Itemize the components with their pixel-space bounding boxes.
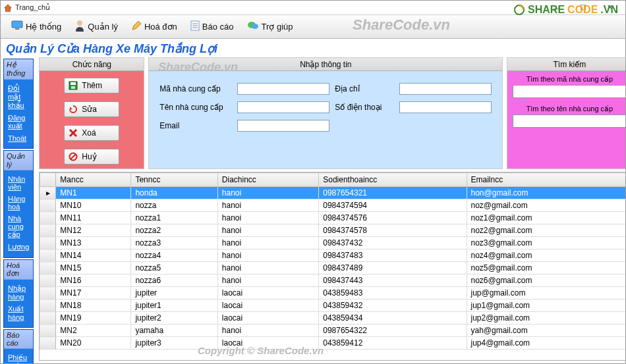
table-row[interactable]: MN2yamahahanoi0987654322yah@gmail.com	[40, 325, 626, 337]
cell[interactable]: hanoi	[217, 274, 318, 287]
cell[interactable]: 043859434	[319, 312, 467, 325]
cell[interactable]: nozza2	[131, 224, 217, 237]
cell[interactable]: hanoi	[217, 325, 318, 337]
column-header[interactable]: Mancc	[56, 173, 131, 187]
cell[interactable]: jupiter3	[131, 337, 217, 350]
cell[interactable]: nozza5	[131, 262, 217, 274]
menu-hoadon[interactable]: Hoá đơn	[125, 18, 184, 35]
sidebar-link[interactable]: Nhập hàng	[8, 282, 29, 303]
cell[interactable]: jupiter2	[131, 312, 217, 325]
sidebar-link[interactable]: Phiếu nhập	[8, 351, 29, 364]
cell[interactable]: nozza6	[131, 274, 217, 287]
row-header[interactable]	[40, 287, 56, 299]
sidebar-link[interactable]: Đăng xuất	[8, 112, 29, 132]
cell[interactable]: MN17	[56, 287, 131, 299]
table-row[interactable]: MN18jupiter1laocai043859432jup1@gmail.co…	[40, 299, 626, 312]
table-row[interactable]: MN19jupiter2laocai043859434jup2@gmail.co…	[40, 312, 626, 325]
cell[interactable]: MN18	[56, 299, 131, 312]
input-search-tenncc[interactable]	[513, 115, 626, 128]
row-header[interactable]	[40, 249, 56, 262]
cell[interactable]: hon@gmail.com	[467, 187, 626, 199]
cell[interactable]: nozza4	[131, 249, 217, 262]
cell[interactable]: MN20	[56, 337, 131, 350]
row-header[interactable]	[40, 274, 56, 287]
cell[interactable]: nozza3	[131, 237, 217, 249]
cell[interactable]: jupiter1	[131, 299, 217, 312]
input-tenncc[interactable]	[237, 101, 329, 113]
table-row[interactable]: MN14nozza4hanoi098437483noz4@gmail.com	[40, 249, 626, 262]
row-header[interactable]	[40, 237, 56, 249]
cell[interactable]: jupiter	[131, 287, 217, 299]
row-header[interactable]	[40, 224, 56, 237]
cell[interactable]: 043859483	[319, 287, 467, 299]
table-row[interactable]: ▸MN1hondahanoi0987654321hon@gmail.com	[40, 187, 626, 199]
cell[interactable]: 0987654322	[319, 325, 467, 337]
menu-hethong[interactable]: Hệ thống	[5, 18, 68, 35]
cell[interactable]: MN19	[56, 312, 131, 325]
column-header[interactable]: Diachincc	[217, 173, 318, 187]
cell[interactable]: hanoi	[217, 249, 318, 262]
cell[interactable]: jup2@gmail.com	[467, 312, 626, 325]
cell[interactable]: MN12	[56, 224, 131, 237]
cell[interactable]: hanoi	[217, 187, 318, 199]
cell[interactable]: 098437483	[319, 249, 467, 262]
table-row[interactable]: MN17jupiterlaocai043859483jup@gmail.com	[40, 287, 626, 299]
cell[interactable]: noz6@gmail.com	[467, 274, 626, 287]
cell[interactable]: 0984374578	[319, 224, 467, 237]
cell[interactable]: yah@gmail.com	[467, 325, 626, 337]
cell[interactable]: noz1@gmail.com	[467, 212, 626, 224]
cell[interactable]: MN13	[56, 237, 131, 249]
column-header[interactable]: Sodienthoaincc	[319, 173, 467, 187]
sidebar-link[interactable]: Thoát	[8, 132, 29, 144]
cell[interactable]: hanoi	[217, 212, 318, 224]
column-header[interactable]: Tenncc	[131, 173, 217, 187]
cell[interactable]: hanoi	[217, 199, 318, 212]
cell[interactable]: MN11	[56, 212, 131, 224]
cell[interactable]: MN1	[56, 187, 131, 199]
menu-baocao[interactable]: Báo cáo	[184, 18, 241, 35]
row-header[interactable]	[40, 312, 56, 325]
column-header[interactable]: Emailncc	[467, 173, 626, 187]
cell[interactable]: 0987654321	[319, 187, 467, 199]
cell[interactable]: laocai	[217, 337, 318, 350]
thêm-button[interactable]: Thêm	[64, 78, 119, 93]
data-grid[interactable]: ManccTennccDiachinccSodienthoainccEmailn…	[39, 172, 626, 361]
row-header[interactable]: ▸	[40, 187, 56, 199]
cell[interactable]: laocai	[217, 287, 318, 299]
cell[interactable]: nozza	[131, 199, 217, 212]
table-row[interactable]: MN13nozza3hanoi098437432noz3@gmail.com	[40, 237, 626, 249]
cell[interactable]: hanoi	[217, 262, 318, 274]
cell[interactable]: MN2	[56, 325, 131, 337]
cell[interactable]: noz4@gmail.com	[467, 249, 626, 262]
cell[interactable]: jup1@gmail.com	[467, 299, 626, 312]
cell[interactable]: MN15	[56, 262, 131, 274]
row-header[interactable]	[40, 337, 56, 350]
sidebar-link[interactable]: Đổi mật khẩu	[8, 82, 29, 112]
cell[interactable]: noz3@gmail.com	[467, 237, 626, 249]
cell[interactable]: jup4@gmail.com	[467, 337, 626, 350]
cell[interactable]: laocai	[217, 312, 318, 325]
cell[interactable]: nozza1	[131, 212, 217, 224]
cell[interactable]: 098437443	[319, 274, 467, 287]
row-header[interactable]	[40, 199, 56, 212]
huỷ-button[interactable]: Huỷ	[64, 149, 119, 165]
row-header[interactable]	[40, 299, 56, 312]
cell[interactable]: honda	[131, 187, 217, 199]
sidebar-link[interactable]: Nhân viên	[8, 173, 29, 193]
sửa-button[interactable]: Sửa	[64, 101, 119, 117]
cell[interactable]: laocai	[217, 299, 318, 312]
input-email[interactable]	[237, 120, 329, 132]
table-row[interactable]: MN12nozza2hanoi0984374578noz2@gmail.com	[40, 224, 626, 237]
cell[interactable]: noz@gmail.com	[467, 199, 626, 212]
sidebar-link[interactable]: Xuất hàng	[8, 303, 29, 323]
cell[interactable]: 098437489	[319, 262, 467, 274]
cell[interactable]: hanoi	[217, 224, 318, 237]
input-mancc[interactable]	[237, 83, 329, 95]
cell[interactable]: yamaha	[131, 325, 217, 337]
row-header[interactable]	[40, 212, 56, 224]
cell[interactable]: hanoi	[217, 237, 318, 249]
sidebar-link[interactable]: Nhà cung cấp	[8, 213, 29, 241]
cell[interactable]: 0984374594	[319, 199, 467, 212]
table-row[interactable]: MN10nozzahanoi0984374594noz@gmail.com	[40, 199, 626, 212]
input-search-mancc[interactable]	[513, 85, 626, 98]
